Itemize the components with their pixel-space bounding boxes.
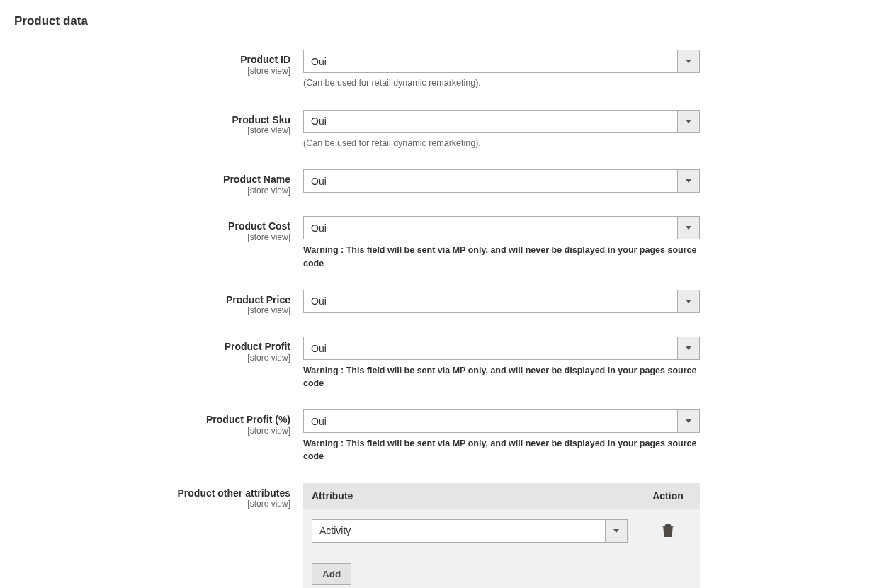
field-label: Product Profit (%): [14, 414, 290, 426]
select-value: Oui: [304, 416, 677, 427]
field-label: Product Sku: [14, 114, 290, 126]
field-label: Product ID: [14, 54, 290, 66]
section-title: Product data: [14, 14, 858, 28]
warning-product-profit-pct: Warning : This field will be sent via MP…: [303, 437, 700, 463]
chevron-down-icon: [677, 170, 699, 192]
select-product-sku[interactable]: Oui: [303, 110, 700, 133]
chevron-down-icon: [677, 337, 699, 359]
field-label: Product Name: [14, 174, 290, 186]
select-product-price[interactable]: Oui: [303, 290, 700, 313]
help-product-id: (Can be used for retail dynamic remarket…: [303, 77, 700, 90]
select-product-profit-pct[interactable]: Oui: [303, 409, 700, 433]
control-product-profit-pct: Oui Warning : This field will be sent vi…: [303, 409, 700, 463]
control-product-price: Oui: [303, 290, 700, 313]
help-product-sku: (Can be used for retail dynamic remarket…: [303, 137, 700, 150]
row-product-sku: Product Sku [store view] Oui (Can be use…: [14, 110, 858, 150]
select-attribute[interactable]: Activity: [312, 519, 628, 543]
warning-product-cost: Warning : This field will be sent via MP…: [303, 244, 700, 269]
chevron-down-icon: [677, 217, 699, 239]
select-value: Oui: [304, 343, 677, 354]
control-product-sku: Oui (Can be used for retail dynamic rema…: [303, 110, 700, 150]
select-value: Oui: [304, 56, 677, 67]
field-label: Product Profit: [14, 341, 290, 353]
label-product-price: Product Price [store view]: [14, 290, 303, 317]
chevron-down-icon: [677, 50, 699, 72]
scope-label: [store view]: [14, 499, 290, 510]
select-value: Oui: [304, 295, 677, 307]
chevron-down-icon: [677, 410, 699, 432]
scope-label: [store view]: [14, 125, 290, 137]
scope-label: [store view]: [14, 232, 290, 244]
add-row: Add: [303, 553, 700, 588]
attributes-table: Attribute Action Activity: [303, 483, 700, 588]
chevron-down-icon: [605, 520, 627, 542]
row-product-profit-pct: Product Profit (%) [store view] Oui Warn…: [14, 409, 858, 463]
scope-label: [store view]: [14, 353, 290, 364]
row-product-name: Product Name [store view] Oui: [14, 169, 858, 196]
scope-label: [store view]: [14, 66, 290, 77]
row-other-attributes: Product other attributes [store view] At…: [14, 483, 858, 588]
label-product-sku: Product Sku [store view]: [14, 110, 303, 137]
field-label: Product Price: [14, 294, 290, 306]
row-product-price: Product Price [store view] Oui: [14, 290, 858, 317]
warning-product-profit: Warning : This field will be sent via MP…: [303, 364, 700, 390]
trash-icon: [662, 524, 674, 537]
scope-label: [store view]: [14, 426, 290, 437]
select-value: Oui: [304, 176, 677, 187]
control-product-name: Oui: [303, 169, 700, 193]
field-label: Product other attributes: [14, 487, 290, 499]
control-product-profit: Oui Warning : This field will be sent vi…: [303, 337, 700, 390]
col-action: Action: [636, 483, 700, 509]
control-product-cost: Oui Warning : This field will be sent vi…: [303, 216, 700, 269]
label-product-profit: Product Profit [store view]: [14, 337, 303, 363]
delete-button[interactable]: [659, 522, 676, 539]
select-value: Oui: [304, 222, 677, 234]
chevron-down-icon: [677, 111, 699, 132]
scope-label: [store view]: [14, 186, 290, 197]
select-product-id[interactable]: Oui: [303, 50, 700, 73]
label-product-name: Product Name [store view]: [14, 169, 303, 196]
control-product-id: Oui (Can be used for retail dynamic rema…: [303, 50, 700, 90]
chevron-down-icon: [677, 290, 699, 312]
row-product-profit: Product Profit [store view] Oui Warning …: [14, 337, 858, 390]
select-product-cost[interactable]: Oui: [303, 216, 700, 239]
control-other-attributes: Attribute Action Activity: [303, 483, 700, 588]
field-label: Product Cost: [14, 220, 290, 232]
label-product-profit-pct: Product Profit (%) [store view]: [14, 409, 303, 436]
label-other-attributes: Product other attributes [store view]: [14, 483, 303, 510]
select-value: Oui: [304, 115, 677, 127]
add-button[interactable]: Add: [312, 563, 351, 585]
select-product-profit[interactable]: Oui: [303, 337, 700, 360]
label-product-cost: Product Cost [store view]: [14, 216, 303, 243]
row-product-cost: Product Cost [store view] Oui Warning : …: [14, 216, 858, 269]
label-product-id: Product ID [store view]: [14, 50, 303, 77]
table-row: Activity: [303, 509, 700, 553]
scope-label: [store view]: [14, 305, 290, 317]
select-product-name[interactable]: Oui: [303, 169, 700, 193]
row-product-id: Product ID [store view] Oui (Can be used…: [14, 50, 858, 90]
col-attribute: Attribute: [303, 483, 636, 509]
select-value: Activity: [312, 525, 605, 536]
